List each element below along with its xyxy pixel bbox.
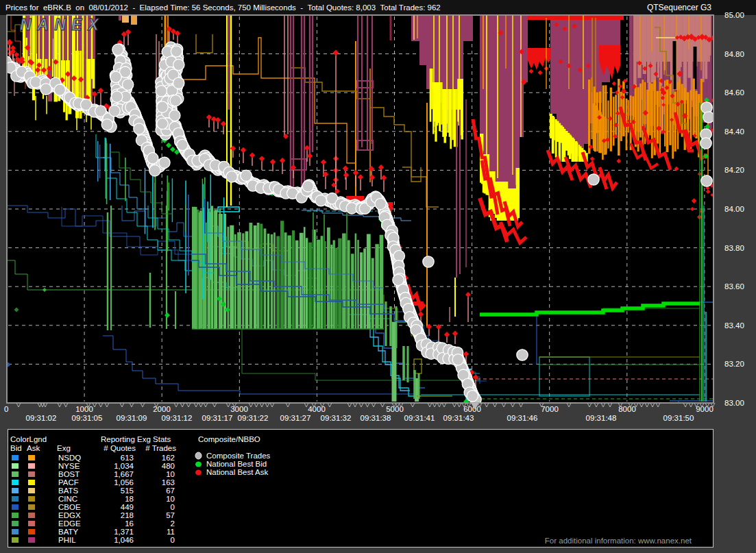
svg-text:1,034: 1,034 [114, 462, 134, 470]
svg-text:16: 16 [125, 519, 134, 528]
svg-text:1,056: 1,056 [114, 478, 134, 487]
svg-text:09:31:32: 09:31:32 [321, 414, 352, 422]
svg-text:11: 11 [167, 528, 175, 536]
svg-text:09:31:17: 09:31:17 [202, 414, 233, 422]
svg-text:83.40: 83.40 [724, 321, 744, 330]
svg-text:09:31:09: 09:31:09 [117, 414, 147, 422]
svg-text:BATY: BATY [58, 528, 79, 536]
svg-text:09:31:22: 09:31:22 [238, 414, 269, 422]
svg-text:CINC: CINC [58, 495, 77, 503]
svg-text:NYSE: NYSE [58, 462, 80, 470]
svg-text:PACF: PACF [58, 478, 79, 487]
svg-text:57: 57 [166, 511, 175, 519]
svg-text:EDGX: EDGX [58, 511, 81, 519]
svg-text:EDGE: EDGE [58, 519, 81, 528]
svg-text:10: 10 [166, 470, 175, 478]
svg-text:162: 162 [162, 454, 175, 462]
svg-text:ColorLgnd: ColorLgnd [10, 435, 47, 443]
svg-text:84.60: 84.60 [724, 88, 744, 97]
svg-text:1,046: 1,046 [114, 536, 134, 544]
svg-text:67: 67 [166, 487, 175, 495]
svg-text:NSDQ: NSDQ [58, 454, 81, 462]
svg-text:84.20: 84.20 [724, 166, 744, 174]
svg-text:85.00: 85.00 [724, 11, 744, 19]
svg-text:10: 10 [166, 495, 175, 503]
svg-text:0: 0 [171, 536, 175, 544]
svg-text:2: 2 [171, 519, 175, 528]
svg-text:National Best Ask: National Best Ask [206, 468, 268, 476]
svg-text:09:31:12: 09:31:12 [162, 414, 193, 422]
svg-text:3000: 3000 [230, 405, 248, 413]
svg-text:84.40: 84.40 [724, 127, 744, 136]
svg-text:09:31:50: 09:31:50 [663, 414, 694, 422]
svg-text:For additional information: ww: For additional information: www.nanex.ne… [545, 537, 692, 545]
svg-text:Composite Trades: Composite Trades [206, 452, 271, 460]
svg-text:National Best Bid: National Best Bid [206, 460, 267, 468]
svg-text:6000: 6000 [463, 405, 481, 413]
svg-text:09:31:46: 09:31:46 [507, 414, 538, 422]
svg-text:Prices for eBRK.B on 08/01/: Prices for eBRK.B on 08/01/2012 - Elapse… [5, 3, 441, 12]
svg-text:09:31:38: 09:31:38 [361, 414, 391, 422]
svg-text:Composite/NBBO: Composite/NBBO [198, 435, 260, 443]
svg-text:09:31:48: 09:31:48 [586, 414, 617, 422]
svg-text:09:31:02: 09:31:02 [26, 414, 57, 422]
svg-text:# Trades: # Trades [145, 444, 176, 452]
svg-text:CBOE: CBOE [58, 503, 81, 511]
svg-text:1,667: 1,667 [114, 470, 134, 478]
svg-text:84.00: 84.00 [724, 205, 744, 213]
svg-text:09:31:43: 09:31:43 [443, 414, 474, 422]
svg-text:480: 480 [162, 462, 175, 470]
svg-text:BOST: BOST [58, 470, 80, 478]
svg-text:0: 0 [4, 405, 8, 413]
svg-text:218: 218 [121, 511, 134, 519]
svg-text:BATS: BATS [58, 487, 79, 495]
svg-text:83.80: 83.80 [724, 244, 744, 252]
svg-text:613: 613 [121, 454, 134, 462]
svg-text:9000: 9000 [696, 405, 714, 413]
svg-text:83.60: 83.60 [724, 282, 744, 291]
svg-text:Reporting Exg Stats: Reporting Exg Stats [101, 435, 171, 443]
svg-text:1,371: 1,371 [114, 528, 134, 536]
svg-text:09:31:41: 09:31:41 [404, 414, 435, 422]
svg-text:PHIL: PHIL [58, 536, 76, 544]
svg-text:# Quotes: # Quotes [103, 444, 136, 452]
svg-text:7000: 7000 [541, 405, 559, 413]
svg-text:QTSequencer G3: QTSequencer G3 [647, 3, 711, 12]
svg-text:83.20: 83.20 [724, 360, 744, 368]
svg-text:Exg: Exg [57, 444, 71, 452]
svg-text:0: 0 [171, 503, 175, 511]
svg-text:NANEX: NANEX [20, 16, 104, 34]
svg-text:163: 163 [162, 478, 175, 487]
svg-text:1000: 1000 [75, 405, 93, 413]
svg-text:Bid: Bid [10, 444, 22, 452]
svg-text:09:31:05: 09:31:05 [72, 414, 103, 422]
svg-text:09:31:27: 09:31:27 [280, 414, 311, 422]
svg-text:18: 18 [125, 495, 134, 503]
svg-text:83.00: 83.00 [724, 399, 744, 407]
svg-text:Ask: Ask [27, 444, 40, 452]
svg-text:84.80: 84.80 [724, 50, 744, 58]
svg-text:449: 449 [121, 503, 134, 511]
svg-text:515: 515 [121, 487, 134, 495]
